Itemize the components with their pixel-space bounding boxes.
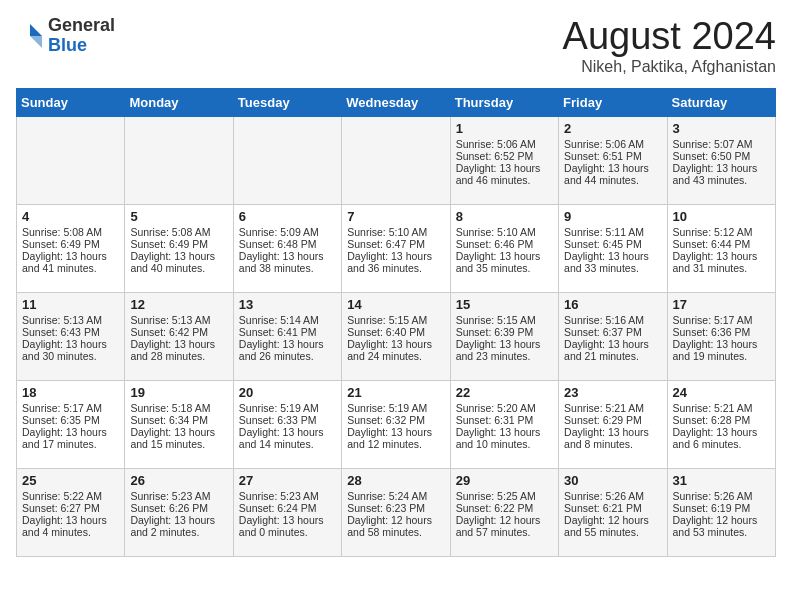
cell-content-line: and 19 minutes.	[673, 350, 770, 362]
calendar-week-row: 18Sunrise: 5:17 AMSunset: 6:35 PMDayligh…	[17, 380, 776, 468]
cell-content-line: Daylight: 13 hours	[239, 250, 336, 262]
calendar-cell: 20Sunrise: 5:19 AMSunset: 6:33 PMDayligh…	[233, 380, 341, 468]
day-number: 8	[456, 209, 553, 224]
cell-content-line: and 24 minutes.	[347, 350, 444, 362]
cell-content-line: Sunrise: 5:24 AM	[347, 490, 444, 502]
calendar-week-row: 4Sunrise: 5:08 AMSunset: 6:49 PMDaylight…	[17, 204, 776, 292]
day-number: 27	[239, 473, 336, 488]
cell-content-line: Sunset: 6:49 PM	[130, 238, 227, 250]
day-number: 20	[239, 385, 336, 400]
day-number: 4	[22, 209, 119, 224]
cell-content-line: Daylight: 13 hours	[22, 426, 119, 438]
cell-content-line: Sunrise: 5:26 AM	[564, 490, 661, 502]
calendar-cell: 25Sunrise: 5:22 AMSunset: 6:27 PMDayligh…	[17, 468, 125, 556]
cell-content-line: and 0 minutes.	[239, 526, 336, 538]
cell-content-line: Sunset: 6:42 PM	[130, 326, 227, 338]
cell-content-line: Daylight: 13 hours	[130, 338, 227, 350]
cell-content-line: Daylight: 13 hours	[456, 250, 553, 262]
cell-content-line: and 58 minutes.	[347, 526, 444, 538]
header: General Blue August 2024 Nikeh, Paktika,…	[16, 16, 776, 76]
cell-content-line: Daylight: 13 hours	[456, 338, 553, 350]
calendar-cell: 11Sunrise: 5:13 AMSunset: 6:43 PMDayligh…	[17, 292, 125, 380]
calendar-cell: 12Sunrise: 5:13 AMSunset: 6:42 PMDayligh…	[125, 292, 233, 380]
cell-content-line: Sunrise: 5:09 AM	[239, 226, 336, 238]
cell-content-line: and 14 minutes.	[239, 438, 336, 450]
calendar-cell: 15Sunrise: 5:15 AMSunset: 6:39 PMDayligh…	[450, 292, 558, 380]
cell-content-line: Sunrise: 5:22 AM	[22, 490, 119, 502]
cell-content-line: Sunrise: 5:16 AM	[564, 314, 661, 326]
day-number: 14	[347, 297, 444, 312]
calendar-cell: 31Sunrise: 5:26 AMSunset: 6:19 PMDayligh…	[667, 468, 775, 556]
cell-content-line: Daylight: 13 hours	[130, 250, 227, 262]
cell-content-line: Sunrise: 5:13 AM	[22, 314, 119, 326]
day-number: 31	[673, 473, 770, 488]
cell-content-line: Sunset: 6:43 PM	[22, 326, 119, 338]
weekday-header: Friday	[559, 88, 667, 116]
calendar-cell: 5Sunrise: 5:08 AMSunset: 6:49 PMDaylight…	[125, 204, 233, 292]
month-year: August 2024	[563, 16, 776, 58]
cell-content-line: Daylight: 12 hours	[347, 514, 444, 526]
cell-content-line: Sunset: 6:40 PM	[347, 326, 444, 338]
cell-content-line: Sunrise: 5:06 AM	[456, 138, 553, 150]
cell-content-line: and 15 minutes.	[130, 438, 227, 450]
calendar-cell: 27Sunrise: 5:23 AMSunset: 6:24 PMDayligh…	[233, 468, 341, 556]
logo-general-text: General	[48, 15, 115, 35]
calendar-cell: 16Sunrise: 5:16 AMSunset: 6:37 PMDayligh…	[559, 292, 667, 380]
calendar-header: SundayMondayTuesdayWednesdayThursdayFrid…	[17, 88, 776, 116]
weekday-header: Wednesday	[342, 88, 450, 116]
cell-content-line: Sunset: 6:35 PM	[22, 414, 119, 426]
cell-content-line: and 23 minutes.	[456, 350, 553, 362]
day-number: 24	[673, 385, 770, 400]
calendar-cell: 2Sunrise: 5:06 AMSunset: 6:51 PMDaylight…	[559, 116, 667, 204]
cell-content-line: Sunset: 6:31 PM	[456, 414, 553, 426]
cell-content-line: Sunset: 6:32 PM	[347, 414, 444, 426]
day-number: 12	[130, 297, 227, 312]
cell-content-line: and 43 minutes.	[673, 174, 770, 186]
cell-content-line: Sunset: 6:29 PM	[564, 414, 661, 426]
cell-content-line: and 40 minutes.	[130, 262, 227, 274]
cell-content-line: Sunrise: 5:11 AM	[564, 226, 661, 238]
title-area: August 2024 Nikeh, Paktika, Afghanistan	[563, 16, 776, 76]
weekday-header: Monday	[125, 88, 233, 116]
cell-content-line: and 41 minutes.	[22, 262, 119, 274]
cell-content-line: Daylight: 13 hours	[22, 338, 119, 350]
cell-content-line: and 53 minutes.	[673, 526, 770, 538]
day-number: 29	[456, 473, 553, 488]
cell-content-line: Sunset: 6:21 PM	[564, 502, 661, 514]
cell-content-line: and 55 minutes.	[564, 526, 661, 538]
cell-content-line: Daylight: 13 hours	[673, 426, 770, 438]
cell-content-line: Daylight: 13 hours	[347, 338, 444, 350]
cell-content-line: Sunrise: 5:10 AM	[456, 226, 553, 238]
day-number: 21	[347, 385, 444, 400]
day-number: 15	[456, 297, 553, 312]
cell-content-line: and 21 minutes.	[564, 350, 661, 362]
cell-content-line: Sunset: 6:36 PM	[673, 326, 770, 338]
calendar-cell: 30Sunrise: 5:26 AMSunset: 6:21 PMDayligh…	[559, 468, 667, 556]
cell-content-line: Sunset: 6:51 PM	[564, 150, 661, 162]
day-number: 6	[239, 209, 336, 224]
cell-content-line: Sunset: 6:47 PM	[347, 238, 444, 250]
cell-content-line: and 31 minutes.	[673, 262, 770, 274]
day-number: 22	[456, 385, 553, 400]
calendar-cell	[17, 116, 125, 204]
calendar-cell: 17Sunrise: 5:17 AMSunset: 6:36 PMDayligh…	[667, 292, 775, 380]
calendar-cell: 14Sunrise: 5:15 AMSunset: 6:40 PMDayligh…	[342, 292, 450, 380]
day-number: 9	[564, 209, 661, 224]
weekday-header: Saturday	[667, 88, 775, 116]
day-number: 11	[22, 297, 119, 312]
cell-content-line: and 30 minutes.	[22, 350, 119, 362]
cell-content-line: and 38 minutes.	[239, 262, 336, 274]
cell-content-line: Daylight: 13 hours	[456, 162, 553, 174]
day-number: 17	[673, 297, 770, 312]
day-number: 7	[347, 209, 444, 224]
day-number: 5	[130, 209, 227, 224]
calendar-cell: 29Sunrise: 5:25 AMSunset: 6:22 PMDayligh…	[450, 468, 558, 556]
cell-content-line: Sunrise: 5:26 AM	[673, 490, 770, 502]
cell-content-line: Daylight: 13 hours	[347, 426, 444, 438]
cell-content-line: Sunrise: 5:19 AM	[239, 402, 336, 414]
calendar-cell: 24Sunrise: 5:21 AMSunset: 6:28 PMDayligh…	[667, 380, 775, 468]
cell-content-line: Sunset: 6:34 PM	[130, 414, 227, 426]
cell-content-line: and 26 minutes.	[239, 350, 336, 362]
day-number: 10	[673, 209, 770, 224]
cell-content-line: Sunset: 6:27 PM	[22, 502, 119, 514]
